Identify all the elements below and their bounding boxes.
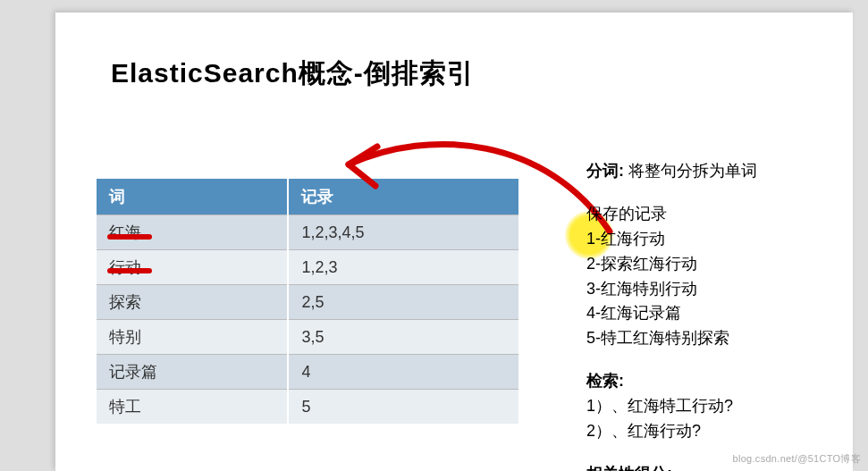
table-row: 红海 1,2,3,4,5 (97, 215, 519, 250)
list-item: 1-红海行动 (586, 227, 868, 252)
tokenize-line: 分词: 将整句分拆为单词 (586, 159, 868, 184)
cell-record: 1,2,3,4,5 (288, 215, 519, 250)
tokenize-text: 将整句分拆为单词 (628, 162, 757, 180)
cell-term: 红海 (97, 215, 288, 250)
document-page: ElasticSearch概念-倒排索引 词 记录 红海 1,2,3,4,5 行… (55, 13, 853, 471)
table-row: 特工 5 (97, 390, 519, 425)
cell-record: 2,5 (288, 285, 519, 320)
list-item: 1）、红海特工行动? (586, 394, 868, 419)
relevance-section: 相关性得分: (586, 462, 868, 471)
cell-term: 行动 (97, 250, 288, 285)
cell-record: 1,2,3 (288, 250, 519, 285)
cell-term: 特工 (97, 390, 288, 425)
saved-records-label: 保存的记录 (586, 202, 868, 227)
cell-term: 特别 (97, 320, 288, 355)
list-item: 4-红海记录篇 (586, 301, 868, 326)
cell-record: 4 (288, 355, 519, 390)
list-item: 2-探索红海行动 (586, 252, 868, 277)
search-section: 检索: 1）、红海特工行动? 2）、红海行动? (586, 369, 868, 444)
list-item: 3-红海特别行动 (586, 277, 868, 302)
inverted-index-table: 词 记录 红海 1,2,3,4,5 行动 1,2,3 探索 2,5 特别 3,5 (97, 179, 520, 424)
right-panel: 分词: 将整句分拆为单词 保存的记录 1-红海行动 2-探索红海行动 3-红海特… (586, 159, 868, 471)
col-record: 记录 (288, 179, 519, 215)
table-row: 行动 1,2,3 (97, 250, 519, 285)
table-row: 特别 3,5 (97, 320, 519, 355)
page-title: ElasticSearch概念-倒排索引 (111, 55, 475, 92)
list-item: 2）、红海行动? (586, 419, 868, 444)
col-term: 词 (97, 179, 288, 215)
table-row: 记录篇 4 (97, 355, 519, 390)
search-label: 检索: (586, 372, 624, 390)
cell-record: 3,5 (288, 320, 519, 355)
cell-term: 探索 (97, 285, 288, 320)
cell-record: 5 (288, 390, 519, 425)
table-row: 探索 2,5 (97, 285, 519, 320)
saved-records: 保存的记录 1-红海行动 2-探索红海行动 3-红海特别行动 4-红海记录篇 5… (586, 202, 868, 351)
table-header-row: 词 记录 (97, 179, 519, 215)
tokenize-label: 分词: (586, 162, 624, 180)
cell-term: 记录篇 (97, 355, 288, 390)
list-item: 5-特工红海特别探索 (586, 326, 868, 351)
relevance-label: 相关性得分: (586, 465, 672, 471)
